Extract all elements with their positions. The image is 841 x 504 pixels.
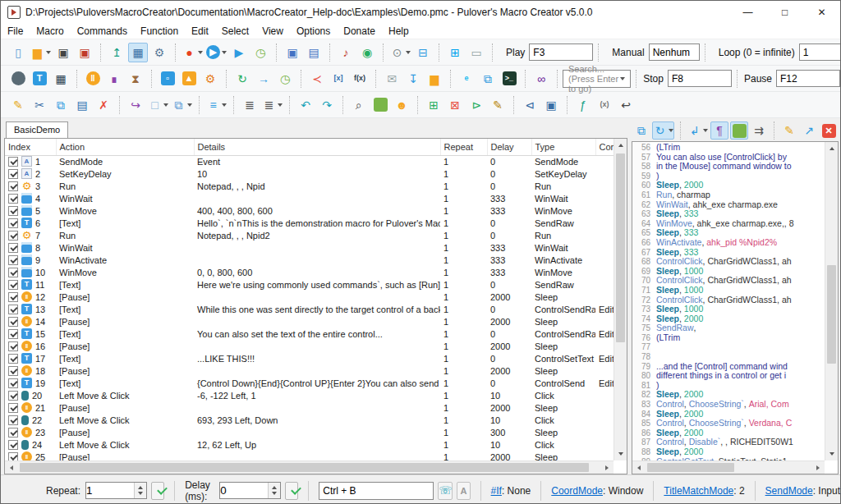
row-checkbox[interactable] [8, 403, 18, 413]
mode-link-sendmode[interactable]: SendMode [765, 485, 813, 497]
table-row[interactable]: 4WinWait1333WinWait [5, 192, 623, 204]
emoji-palette-button[interactable]: ☻ [392, 95, 411, 115]
toggle-switch-button[interactable]: ◉ [357, 43, 377, 62]
macro-list-button[interactable]: ▤ [304, 43, 324, 62]
row-checkbox[interactable] [8, 268, 18, 277]
image-search-command-button[interactable]: ▲ [179, 69, 199, 89]
row-checkbox[interactable] [8, 157, 18, 167]
row-checkbox[interactable] [8, 169, 18, 179]
save-all-button[interactable]: ▣ [75, 43, 94, 62]
repeat-input[interactable] [86, 483, 134, 498]
show-symbols-button[interactable]: ¶ [710, 121, 728, 140]
menu-help[interactable]: Help [382, 24, 416, 39]
table-row[interactable]: T15[Text]You can also set the text of th… [5, 328, 623, 340]
row-checkbox[interactable] [8, 317, 18, 327]
column-header-index[interactable]: Index [5, 139, 56, 155]
menu-macro[interactable]: Macro [30, 24, 70, 39]
settings-command-button[interactable]: ⚙ [200, 69, 220, 89]
output-variable-button[interactable]: ↧ [403, 69, 423, 89]
edit-external-button[interactable]: ✎ [780, 121, 798, 140]
table-row[interactable]: ‖12[Pause]12000Sleep [5, 291, 623, 303]
table-row[interactable]: 9WinActivate1333WinActivate [5, 254, 623, 266]
column-header-delay[interactable]: Delay [487, 139, 531, 155]
table-row[interactable]: 22Left Move & Click693, 293 Left, Down11… [5, 414, 623, 426]
select-rows-button[interactable]: □ [147, 95, 169, 115]
edit-row-button[interactable]: ✎ [8, 95, 28, 115]
save-file-button[interactable]: ▣ [53, 43, 73, 62]
row-checkbox[interactable] [8, 391, 18, 401]
ie-automation-button[interactable]: e [457, 69, 476, 89]
table-header-row[interactable]: IndexActionDetailsRepeatDelayTypeCont [5, 139, 623, 155]
journal-log-button[interactable]: ♪ [336, 43, 356, 62]
play-current-button[interactable]: ▶ [229, 43, 249, 62]
table-row[interactable]: T19[Text]{Control Down}{End}{Control UP}… [5, 377, 623, 389]
row-checkbox[interactable] [8, 341, 18, 351]
scroll-down-icon[interactable] [614, 447, 627, 460]
new-file-button[interactable]: ▯ [8, 43, 28, 62]
delay-stepper[interactable] [268, 483, 280, 498]
play-macro-button[interactable]: ▶ [205, 43, 227, 62]
edit-macro-button[interactable]: ✎ [488, 95, 508, 115]
save-macro-button[interactable]: ▣ [541, 95, 561, 115]
playback-timer-button[interactable]: ◷ [250, 43, 270, 62]
column-header-action[interactable]: Action [56, 139, 194, 155]
table-row[interactable]: ⚙3RunNotepad, , , Npid10Run [5, 180, 623, 192]
table-row[interactable]: ‖16[Pause]12000Sleep [5, 340, 623, 352]
table-row[interactable]: T11[Text]Here we're using commonly used … [5, 278, 623, 291]
mouse-command-button[interactable] [8, 69, 28, 89]
undo-button[interactable]: ↶ [296, 95, 315, 115]
sleep-command-button[interactable]: ◷ [275, 69, 295, 89]
column-header-repeat[interactable]: Repeat [440, 139, 487, 155]
code-editor[interactable]: 56(LTrim57You can also use [ControlClick… [632, 141, 839, 474]
pause-hotkey-input[interactable] [776, 70, 840, 87]
table-row[interactable]: 20Left Move & Click-6, -122 Left, 1110Cl… [5, 389, 623, 401]
menu-edit[interactable]: Edit [185, 24, 215, 39]
export-macro-button[interactable]: ↥ [107, 43, 126, 62]
table-row[interactable]: 24Left Move & Click12, 62 Left, Up110Cli… [5, 438, 623, 451]
windows-logo-button[interactable]: ⊞ [445, 43, 465, 62]
clipboard-command-button[interactable]: ⧉ [478, 69, 498, 89]
redo-button[interactable]: ↷ [317, 95, 337, 115]
editor-horizontal-scrollbar[interactable] [632, 460, 825, 474]
search-commands-button[interactable]: ∞ [531, 69, 551, 89]
show-main-window-button[interactable]: ▦ [128, 43, 148, 62]
import-macro-button[interactable]: ⊲ [520, 95, 540, 115]
menu-select[interactable]: Select [215, 24, 255, 39]
row-checkbox[interactable] [8, 292, 18, 302]
delete-row-button[interactable]: ✗ [94, 95, 113, 115]
close-button[interactable]: ✕ [803, 1, 840, 24]
copy-code-button[interactable]: ⧉ [632, 121, 650, 140]
send-message-button[interactable]: ✉ [382, 69, 402, 89]
menu-options[interactable]: Options [290, 24, 337, 39]
table-row[interactable]: T17[Text]...LIKE THIS!!!10ControlSetText… [5, 352, 623, 364]
message-command-button[interactable]: ∎ [104, 69, 124, 89]
search-combobox[interactable]: Search... (Press Enter to go) [563, 70, 631, 88]
table-row[interactable]: A1SendModeEvent10SendMode [5, 155, 623, 167]
row-checkbox[interactable] [8, 231, 18, 241]
scroll-up-icon[interactable] [614, 139, 627, 152]
stop-hotkey-input[interactable] [668, 70, 732, 87]
row-checkbox[interactable] [8, 181, 18, 191]
scroll-up-icon[interactable] [825, 142, 839, 155]
manual-hotkey-input[interactable] [649, 44, 700, 61]
menu-view[interactable]: View [255, 24, 290, 39]
row-checkbox[interactable] [8, 378, 18, 388]
menu-commands[interactable]: Commands [71, 24, 134, 39]
play-hotkey-input[interactable] [529, 44, 593, 61]
insert-below-button[interactable]: ≣ [261, 95, 283, 115]
row-checkbox[interactable] [8, 243, 18, 253]
show-macro-window-button[interactable]: ▣ [283, 43, 302, 62]
paste-button[interactable]: ▤ [72, 95, 92, 115]
delay-input[interactable] [220, 483, 268, 498]
open-editor-button[interactable]: ↗ [800, 121, 818, 140]
row-checkbox[interactable] [8, 329, 18, 339]
row-checkbox[interactable] [8, 206, 18, 216]
column-header-details[interactable]: Details [194, 139, 440, 155]
indent-code-button[interactable]: ⇉ [750, 121, 768, 140]
scroll-left-icon[interactable] [632, 461, 646, 474]
editor-vertical-scrollbar[interactable] [825, 142, 838, 460]
table-horizontal-scrollbar[interactable] [5, 460, 614, 474]
row-checkbox[interactable] [8, 218, 18, 228]
text-command-button[interactable]: T [30, 69, 49, 89]
delete-macro-button[interactable]: ⊠ [445, 95, 465, 115]
